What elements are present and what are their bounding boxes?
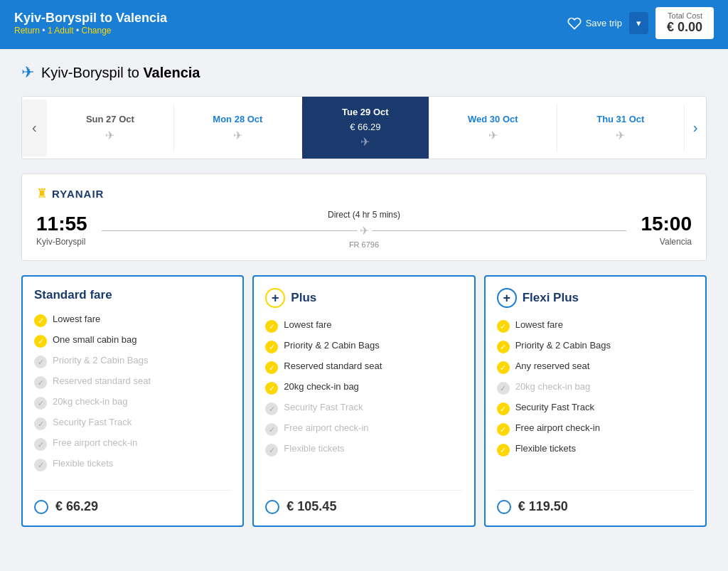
check-icon-inactive: ✓ bbox=[265, 402, 278, 415]
total-cost-amount: € 0.00 bbox=[667, 20, 702, 35]
header-left: Kyiv-Boryspil to Valencia Return • 1 Adu… bbox=[14, 11, 167, 36]
check-icon-active: ✓ bbox=[497, 444, 510, 457]
check-icon-inactive: ✓ bbox=[34, 356, 47, 368]
fare-price-plus: € 105.45 bbox=[287, 499, 336, 514]
flight-plane-icon: ✈ bbox=[360, 224, 369, 238]
date-tab-sun27[interactable]: Sun 27 Oct ✈ bbox=[47, 104, 174, 152]
radio-standard[interactable] bbox=[34, 500, 48, 514]
feature-text: Reserved standard seat bbox=[53, 375, 151, 386]
dropdown-button[interactable]: ▾ bbox=[629, 12, 648, 34]
feature-text: Flexible tickets bbox=[284, 443, 344, 454]
plane-icon: ✈ bbox=[21, 63, 34, 82]
fare-features-flexi-plus: ✓ Lowest fare ✓ Priority & 2 Cabin Bags … bbox=[497, 319, 694, 479]
date-label-wed30: Wed 30 Oct bbox=[437, 114, 549, 124]
flight-line-wrapper: ✈ bbox=[102, 224, 627, 238]
check-icon-active: ✓ bbox=[497, 320, 510, 333]
total-cost-box: Total Cost € 0.00 bbox=[655, 7, 714, 39]
flight-line-right bbox=[372, 230, 627, 231]
feature-priority: ✓ Priority & 2 Cabin Bags bbox=[34, 355, 231, 368]
heart-icon bbox=[567, 16, 582, 31]
airline-header: ♜ RYANAIR bbox=[36, 186, 692, 201]
feature-priority: ✓ Priority & 2 Cabin Bags bbox=[497, 340, 694, 353]
date-tab-mon28[interactable]: Mon 28 Oct ✈ bbox=[174, 104, 301, 152]
fare-price-row-standard: € 66.29 bbox=[34, 490, 231, 514]
radio-flexi-plus[interactable] bbox=[497, 500, 511, 514]
feature-text: Security Fast Track bbox=[53, 417, 132, 427]
radio-plus[interactable] bbox=[265, 500, 279, 514]
page-title: Kyiv-Boryspil to Valencia bbox=[14, 11, 167, 26]
airline-name: RYANAIR bbox=[52, 188, 104, 200]
fare-header-flexi-plus: + Flexi Plus bbox=[497, 288, 694, 308]
feature-text: Any reserved seat bbox=[515, 361, 590, 371]
feature-flexible: ✓ Flexible tickets bbox=[497, 443, 694, 457]
feature-text: Flexible tickets bbox=[515, 443, 576, 454]
fare-price-row-plus: € 105.45 bbox=[265, 490, 462, 514]
fare-price-standard: € 66.29 bbox=[55, 499, 98, 514]
feature-text: Reserved standard seat bbox=[284, 361, 382, 371]
arrive-airport: Valencia bbox=[641, 237, 692, 247]
route-to: Valencia bbox=[143, 65, 200, 80]
arrive-time: 15:00 bbox=[641, 213, 692, 235]
route-title: ✈ Kyiv-Boryspil to Valencia bbox=[21, 63, 707, 82]
feature-fast-track: ✓ Security Fast Track bbox=[34, 417, 231, 430]
date-tabs: ‹ Sun 27 Oct ✈ Mon 28 Oct ✈ Tue 29 Oct €… bbox=[21, 96, 707, 159]
save-trip-button[interactable]: Save trip bbox=[567, 16, 622, 31]
prev-date-button[interactable]: ‹ bbox=[22, 100, 47, 156]
feature-lowest-fare: ✓ Lowest fare bbox=[34, 314, 231, 327]
arrive-info: 15:00 Valencia bbox=[641, 213, 692, 247]
fare-features-plus: ✓ Lowest fare ✓ Priority & 2 Cabin Bags … bbox=[265, 319, 462, 479]
flight-icon-mon28: ✈ bbox=[181, 129, 294, 142]
route-from: Kyiv-Boryspil to Valencia bbox=[41, 65, 200, 81]
flight-icon-tue29: ✈ bbox=[309, 135, 422, 149]
total-cost-label: Total Cost bbox=[667, 11, 702, 20]
depart-info: 11:55 Kyiv-Boryspil bbox=[36, 213, 87, 247]
fare-card-standard: Standard fare ✓ Lowest fare ✓ One small … bbox=[21, 275, 244, 527]
check-icon-inactive: ✓ bbox=[34, 417, 47, 430]
ryanair-harp-icon: ♜ bbox=[36, 186, 48, 201]
fare-price-row-flexi-plus: € 119.50 bbox=[497, 490, 694, 514]
feature-airport-checkin: ✓ Free airport check-in bbox=[497, 422, 694, 436]
fare-title-plus: Plus bbox=[291, 291, 316, 305]
fare-card-plus: + Plus ✓ Lowest fare ✓ Priority & 2 Cabi… bbox=[252, 275, 475, 527]
date-label-tue29: Tue 29 Oct bbox=[309, 107, 422, 117]
flexi-plus-fare-icon: + bbox=[497, 288, 517, 308]
check-icon-active: ✓ bbox=[34, 335, 47, 348]
feature-text: Security Fast Track bbox=[284, 402, 363, 412]
check-icon-active: ✓ bbox=[497, 341, 510, 353]
fare-price-flexi-plus: € 119.50 bbox=[518, 499, 568, 514]
more-dates-button[interactable]: › bbox=[685, 110, 706, 146]
check-icon-inactive: ✓ bbox=[34, 397, 47, 410]
header-subtitle: Return • 1 Adult • Change bbox=[14, 26, 167, 36]
flight-icon-thu31: ✈ bbox=[564, 129, 677, 142]
feature-flexible: ✓ Flexible tickets bbox=[265, 443, 462, 457]
feature-text: Free airport check-in bbox=[515, 422, 600, 433]
flight-icon-wed30: ✈ bbox=[437, 129, 549, 142]
feature-text: Priority & 2 Cabin Bags bbox=[284, 340, 379, 351]
change-link[interactable]: Change bbox=[81, 26, 111, 36]
check-icon-active: ✓ bbox=[265, 320, 278, 333]
date-tab-wed30[interactable]: Wed 30 Oct ✈ bbox=[429, 104, 557, 152]
ryanair-logo: ♜ RYANAIR bbox=[36, 186, 104, 201]
flight-icon-sun27: ✈ bbox=[54, 129, 166, 142]
adults-label: 1 Adult bbox=[48, 26, 74, 36]
feature-cabin-bag: ✓ One small cabin bag bbox=[34, 334, 231, 348]
fare-card-flexi-plus: + Flexi Plus ✓ Lowest fare ✓ Priority & … bbox=[484, 275, 707, 527]
check-icon-active: ✓ bbox=[497, 361, 510, 374]
check-icon-inactive: ✓ bbox=[34, 438, 47, 451]
date-tab-thu31[interactable]: Thu 31 Oct ✈ bbox=[557, 104, 685, 152]
feature-lowest-fare: ✓ Lowest fare bbox=[265, 319, 462, 333]
check-icon-active: ✓ bbox=[265, 341, 278, 353]
feature-lowest-fare: ✓ Lowest fare bbox=[497, 319, 694, 333]
date-label-sun27: Sun 27 Oct bbox=[54, 114, 166, 124]
return-label: Return bbox=[14, 26, 40, 36]
feature-flexible: ✓ Flexible tickets bbox=[34, 458, 231, 471]
fare-title-standard: Standard fare bbox=[34, 288, 112, 302]
date-label-mon28: Mon 28 Oct bbox=[181, 114, 294, 124]
feature-text: Security Fast Track bbox=[515, 402, 594, 412]
direct-label: Direct (4 hr 5 mins) bbox=[102, 210, 627, 220]
header-right: Save trip ▾ Total Cost € 0.00 bbox=[567, 7, 714, 39]
flight-middle: Direct (4 hr 5 mins) ✈ FR 6796 bbox=[87, 210, 641, 249]
feature-text: 20kg check-in bag bbox=[515, 381, 591, 392]
depart-time: 11:55 bbox=[36, 213, 87, 235]
date-tab-tue29[interactable]: Tue 29 Oct € 66.29 ✈ bbox=[302, 97, 429, 159]
